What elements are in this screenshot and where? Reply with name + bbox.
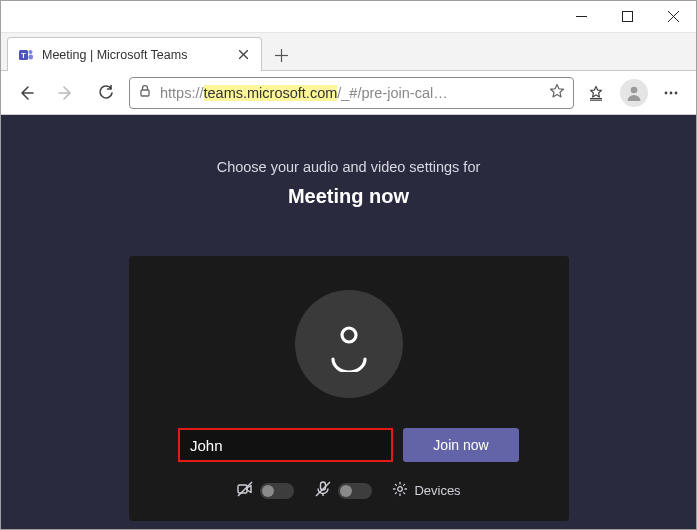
name-input[interactable] bbox=[178, 428, 393, 462]
window-titlebar bbox=[1, 1, 696, 33]
svg-text:T: T bbox=[21, 51, 26, 60]
teams-prejoin-page: Choose your audio and video settings for… bbox=[1, 115, 696, 529]
mic-toggle[interactable] bbox=[338, 483, 372, 499]
devices-label: Devices bbox=[414, 483, 460, 498]
device-row: Devices bbox=[236, 480, 460, 501]
mic-off-icon bbox=[314, 480, 332, 501]
more-horizontal-icon bbox=[662, 84, 680, 102]
svg-rect-7 bbox=[29, 54, 34, 59]
gear-icon bbox=[392, 481, 408, 500]
star-icon bbox=[549, 83, 565, 99]
arrow-left-icon bbox=[17, 84, 35, 102]
plus-icon bbox=[275, 49, 288, 62]
join-row: Join now bbox=[178, 428, 519, 462]
url-host-highlighted: teams.microsoft.com bbox=[204, 85, 338, 101]
svg-point-25 bbox=[398, 487, 403, 492]
svg-point-16 bbox=[665, 91, 668, 94]
window-maximize-button[interactable] bbox=[604, 1, 650, 32]
profile-avatar-button[interactable] bbox=[620, 79, 648, 107]
close-icon bbox=[239, 50, 248, 59]
new-tab-button[interactable] bbox=[266, 40, 296, 70]
nav-refresh-button[interactable] bbox=[89, 76, 123, 110]
url-path: /_#/pre-join-cal… bbox=[337, 85, 447, 101]
svg-point-19 bbox=[342, 328, 356, 342]
maximize-icon bbox=[622, 11, 633, 22]
browser-menu-button[interactable] bbox=[654, 76, 688, 110]
prejoin-panel: Join now Devices bbox=[129, 256, 569, 521]
refresh-icon bbox=[97, 84, 115, 102]
join-now-button[interactable]: Join now bbox=[403, 428, 519, 462]
arrow-right-icon bbox=[57, 84, 75, 102]
address-bar[interactable]: https://teams.microsoft.com/_#/pre-join-… bbox=[129, 77, 574, 109]
person-icon bbox=[624, 83, 644, 103]
window-controls bbox=[558, 1, 696, 32]
devices-button[interactable]: Devices bbox=[392, 481, 460, 500]
favorites-bar-button[interactable] bbox=[580, 76, 614, 110]
prejoin-prompt: Choose your audio and video settings for bbox=[217, 159, 481, 175]
mic-toggle-group bbox=[314, 480, 372, 501]
window-minimize-button[interactable] bbox=[558, 1, 604, 32]
svg-point-18 bbox=[675, 91, 678, 94]
svg-point-6 bbox=[29, 50, 33, 54]
window-close-button[interactable] bbox=[650, 1, 696, 32]
teams-favicon-icon: T bbox=[18, 47, 34, 63]
minimize-icon bbox=[576, 11, 587, 22]
tab-title: Meeting | Microsoft Teams bbox=[42, 48, 227, 62]
close-icon bbox=[668, 11, 679, 22]
svg-rect-1 bbox=[622, 12, 632, 22]
nav-forward-button[interactable] bbox=[49, 76, 83, 110]
camera-placeholder-avatar bbox=[295, 290, 403, 398]
meeting-title: Meeting now bbox=[288, 185, 409, 208]
camera-toggle-group bbox=[236, 480, 294, 501]
svg-rect-12 bbox=[141, 90, 149, 96]
browser-toolbar: https://teams.microsoft.com/_#/pre-join-… bbox=[1, 71, 696, 115]
person-outline-icon bbox=[321, 316, 377, 372]
tab-close-button[interactable] bbox=[235, 47, 251, 63]
nav-back-button[interactable] bbox=[9, 76, 43, 110]
browser-tab-active[interactable]: T Meeting | Microsoft Teams bbox=[7, 37, 262, 71]
camera-off-icon bbox=[236, 480, 254, 501]
svg-point-15 bbox=[631, 86, 638, 93]
browser-tabstrip: T Meeting | Microsoft Teams bbox=[1, 33, 696, 71]
svg-line-21 bbox=[238, 482, 252, 496]
url-text: https://teams.microsoft.com/_#/pre-join-… bbox=[160, 85, 541, 101]
url-protocol: https:// bbox=[160, 85, 204, 101]
star-plus-icon bbox=[588, 84, 606, 102]
svg-point-17 bbox=[670, 91, 673, 94]
camera-toggle[interactable] bbox=[260, 483, 294, 499]
lock-icon bbox=[138, 84, 152, 101]
favorite-button[interactable] bbox=[549, 83, 565, 102]
